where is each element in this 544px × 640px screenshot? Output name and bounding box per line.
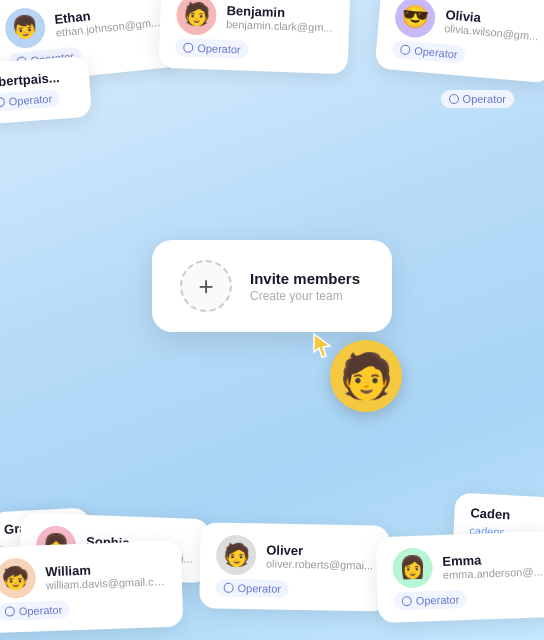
avatar-benjamin: 🧑 bbox=[176, 0, 217, 36]
member-name-caden: Caden bbox=[470, 505, 539, 524]
operator-icon-olivia bbox=[400, 44, 411, 55]
member-card-benjamin: 🧑 Benjamin benjamin.clark@gm... Operator bbox=[159, 0, 350, 74]
member-email-emma: emma.anderson@... bbox=[443, 565, 543, 580]
avatar-william: 🧒 bbox=[0, 558, 36, 599]
operator-icon-oliver bbox=[224, 583, 234, 593]
avatar-ethan: 👦 bbox=[3, 6, 47, 50]
member-card-william: 🧒 William william.davis@gmail.com Operat… bbox=[0, 541, 183, 634]
role-badge-benjamin: Operator bbox=[175, 38, 249, 59]
operator-icon-benjamin bbox=[183, 43, 193, 53]
member-card-oliver: 🧑 Oliver oliver.roberts@gmai... Operator bbox=[199, 522, 390, 611]
avatar-oliver: 🧑 bbox=[216, 535, 257, 576]
operator-icon-extra bbox=[449, 94, 459, 104]
member-card-emma: 👩 Emma emma.anderson@... Operator bbox=[376, 531, 544, 623]
invite-subtitle: Create your team bbox=[250, 289, 360, 303]
member-email-benjamin: benjamin.clark@gm... bbox=[226, 18, 333, 34]
member-email-oliver: oliver.roberts@gmai... bbox=[266, 557, 373, 571]
role-badge-olivia: Operator bbox=[391, 40, 466, 64]
operator-icon-emma bbox=[402, 596, 412, 606]
main-user-avatar: 🧑 bbox=[330, 340, 402, 412]
invite-card[interactable]: + Invite members Create your team bbox=[152, 240, 392, 332]
olivia-operator-badge-extra: Operator bbox=[441, 90, 514, 108]
member-card-robert: robertpais... Operator bbox=[0, 56, 92, 125]
operator-icon-robert bbox=[0, 97, 5, 108]
avatar-olivia: 😎 bbox=[393, 0, 436, 39]
role-badge-robert: Operator bbox=[0, 89, 61, 112]
operator-icon-william bbox=[5, 606, 15, 616]
role-badge-oliver: Operator bbox=[215, 579, 289, 598]
member-card-olivia: 😎 Olivia olivia.wilson@gm... Operator bbox=[374, 0, 544, 84]
role-badge-emma: Operator bbox=[394, 590, 468, 611]
invite-title: Invite members bbox=[250, 270, 360, 287]
role-badge-william: Operator bbox=[0, 600, 71, 621]
member-name-robert: robertpais... bbox=[0, 69, 74, 90]
avatar-emma: 👩 bbox=[392, 547, 433, 588]
add-member-button[interactable]: + bbox=[180, 260, 232, 312]
